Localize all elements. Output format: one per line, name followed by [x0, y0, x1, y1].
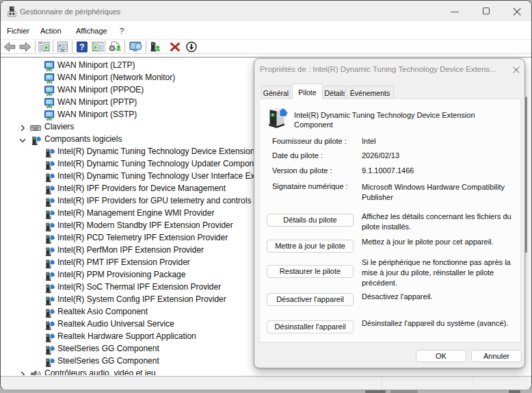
svg-text:?: ?: [79, 42, 84, 52]
